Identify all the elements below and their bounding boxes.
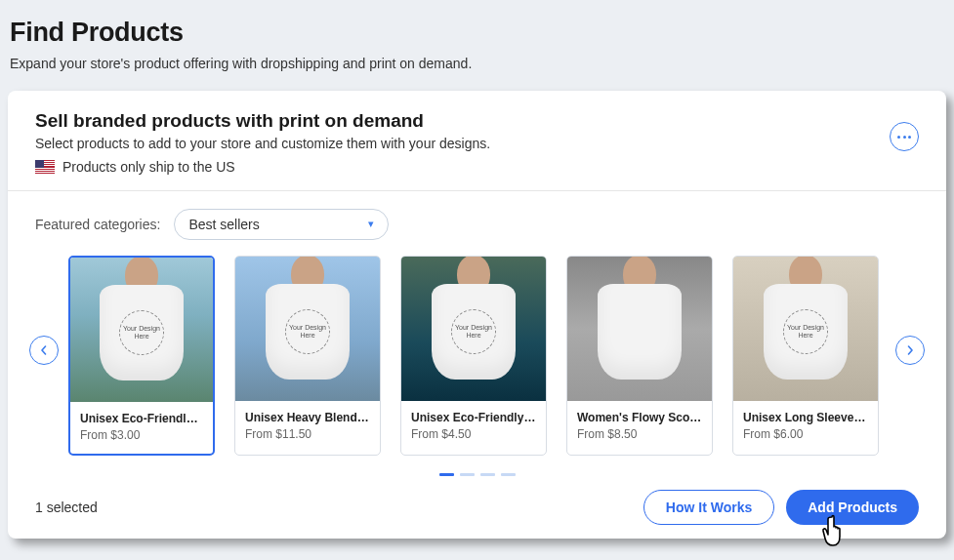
how-it-works-button[interactable]: How It Works (643, 490, 774, 525)
product-price: From $6.00 (743, 427, 868, 441)
chevron-right-icon (905, 345, 915, 355)
design-placeholder: Your Design Here (285, 309, 330, 354)
shirt-mock (598, 284, 682, 380)
product-name: Unisex Heavy Blend H... (245, 411, 370, 424)
design-placeholder: Your Design Here (451, 309, 496, 354)
add-products-button[interactable]: Add Products (786, 490, 919, 525)
product-price: From $3.00 (80, 428, 203, 442)
product-meta: Women's Flowy Scoop ...From $8.50 (567, 401, 712, 453)
card-footer: 1 selected How It Works Add Products (8, 476, 946, 525)
selected-count: 1 selected (35, 500, 98, 515)
ellipsis-icon (897, 136, 911, 139)
card-title: Sell branded products with print on dema… (35, 110, 919, 132)
product-image (567, 257, 712, 401)
chevron-down-icon: ▾ (368, 218, 374, 230)
filter-row: Featured categories: Best sellers ▾ (8, 191, 946, 246)
carousel-prev-button[interactable] (29, 336, 59, 365)
footer-actions: How It Works Add Products (643, 490, 919, 525)
product-meta: Unisex Long Sleeve T-...From $6.00 (733, 401, 878, 453)
product-card[interactable]: Your Design HereUnisex Eco-Friendly Co..… (400, 256, 547, 456)
pod-card: Sell branded products with print on dema… (8, 91, 946, 539)
product-name: Unisex Eco-Friendly Co... (411, 411, 536, 424)
product-price: From $4.50 (411, 427, 536, 441)
product-carousel: ✓Your Design HereUnisex Eco-Friendly He.… (8, 246, 946, 456)
product-meta: Unisex Eco-Friendly Co...From $4.50 (401, 401, 546, 453)
design-placeholder: Your Design Here (783, 309, 828, 354)
product-price: From $8.50 (577, 427, 702, 441)
category-select-value: Best sellers (188, 217, 259, 232)
card-subtitle: Select products to add to your store and… (35, 136, 919, 151)
flag-us-icon (35, 160, 55, 174)
card-header: Sell branded products with print on dema… (8, 91, 946, 191)
product-price: From $11.50 (245, 427, 370, 441)
page-subtitle: Expand your store's product offering wit… (10, 56, 944, 71)
carousel-next-button[interactable] (895, 336, 925, 365)
design-placeholder: Your Design Here (119, 310, 164, 355)
pager-dot[interactable] (480, 473, 495, 476)
product-image: Your Design Here (733, 257, 878, 401)
product-image: Your Design Here (235, 257, 380, 401)
product-card[interactable]: ✓Your Design HereUnisex Eco-Friendly He.… (68, 256, 215, 456)
category-select[interactable]: Best sellers ▾ (174, 209, 389, 240)
product-card[interactable]: Women's Flowy Scoop ...From $8.50 (566, 256, 713, 456)
page-title: Find Products (10, 18, 944, 48)
pager-dot[interactable] (501, 473, 516, 476)
filter-label: Featured categories: (35, 217, 160, 232)
product-name: Unisex Eco-Friendly He... (80, 412, 203, 425)
product-image: Your Design Here (401, 257, 546, 401)
ship-note-text: Products only ship to the US (62, 159, 235, 175)
chevron-left-icon (39, 345, 49, 355)
product-name: Women's Flowy Scoop ... (577, 411, 702, 424)
product-meta: Unisex Heavy Blend H...From $11.50 (235, 401, 380, 453)
product-card[interactable]: Your Design HereUnisex Heavy Blend H...F… (234, 256, 381, 456)
ship-note-row: Products only ship to the US (35, 159, 919, 175)
product-name: Unisex Long Sleeve T-... (743, 411, 868, 424)
pager-dot[interactable] (439, 473, 454, 476)
product-meta: Unisex Eco-Friendly He...From $3.00 (70, 402, 213, 454)
pager-dot[interactable] (460, 473, 475, 476)
more-options-button[interactable] (890, 122, 919, 151)
product-image: Your Design Here (70, 258, 213, 402)
product-card[interactable]: Your Design HereUnisex Long Sleeve T-...… (732, 256, 879, 456)
